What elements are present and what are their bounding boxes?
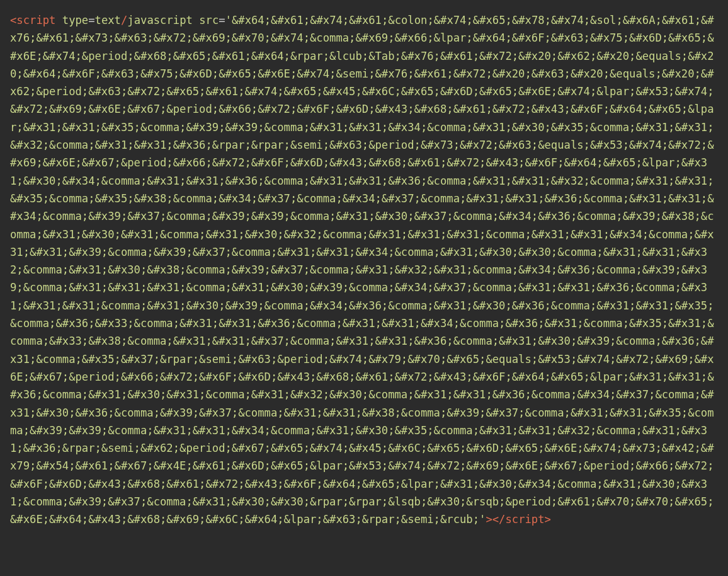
attr-type: type xyxy=(62,14,88,26)
script-tag-name: script xyxy=(16,14,55,26)
equals-sign: = xyxy=(88,14,94,26)
space xyxy=(193,14,199,26)
space xyxy=(55,14,62,26)
equals-sign: = xyxy=(219,14,225,26)
close-quote: ' xyxy=(479,513,486,526)
script-open-close-bracket: > xyxy=(486,513,492,526)
type-value-slash: / xyxy=(121,14,127,26)
src-value-encoded: &#x64;&#x61;&#x74;&#x61;&colon;&#x74;&#x… xyxy=(10,14,714,526)
script-close-name: script xyxy=(505,513,544,526)
code-block: <script type=text/javascript src='&#x64;… xyxy=(0,0,728,576)
script-open-bracket: < xyxy=(10,14,16,26)
attr-src: src xyxy=(199,14,219,26)
type-value-text: text xyxy=(95,14,121,26)
script-close-bracket: > xyxy=(545,513,551,526)
script-close-open: </ xyxy=(492,513,506,526)
type-value-javascript: javascript xyxy=(127,14,192,26)
open-quote: ' xyxy=(225,14,232,26)
